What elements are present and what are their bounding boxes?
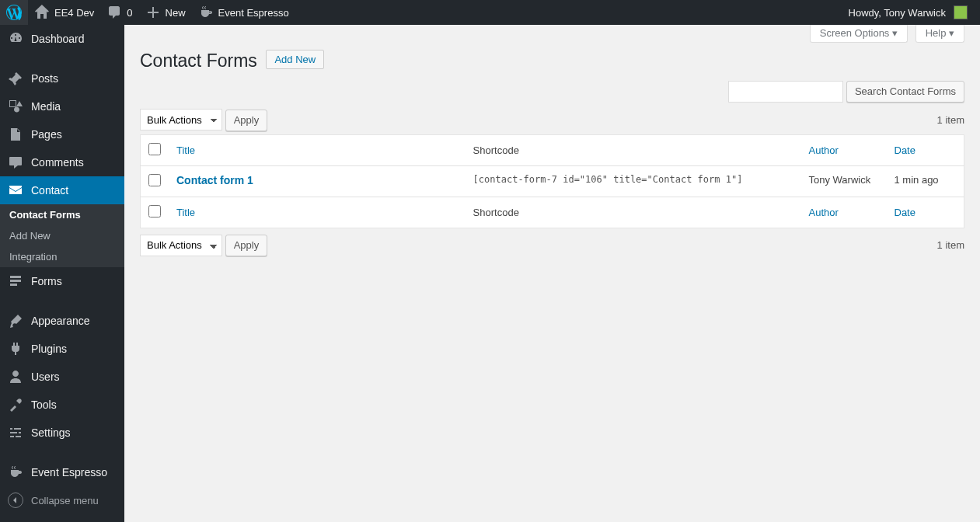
menu-contact-submenu: Contact Forms Add New Integration <box>0 204 124 267</box>
espresso-cup-icon <box>198 5 214 20</box>
new-label: New <box>166 7 186 19</box>
menu-pages[interactable]: Pages <box>0 120 124 148</box>
menu-event-espresso[interactable]: Event Espresso <box>0 458 124 486</box>
menu-users-label: Users <box>31 371 60 383</box>
media-icon <box>8 99 23 114</box>
menu-appearance[interactable]: Appearance <box>0 307 124 335</box>
menu-users[interactable]: Users <box>0 363 124 391</box>
col-shortcode-foot: Shortcode <box>473 207 519 218</box>
main-content: Screen Options Help Contact Forms Add Ne… <box>124 25 980 522</box>
site-name-menu[interactable]: EE4 Dev <box>28 0 100 25</box>
submenu-contact-forms[interactable]: Contact Forms <box>0 204 124 225</box>
menu-pages-label: Pages <box>31 128 62 141</box>
screen-options-button[interactable]: Screen Options <box>810 25 908 43</box>
wp-logo-menu[interactable] <box>0 0 28 25</box>
search-input[interactable] <box>728 81 843 103</box>
col-shortcode: Shortcode <box>473 144 519 156</box>
menu-forms-label: Forms <box>31 275 62 287</box>
menu-media-label: Media <box>31 100 61 113</box>
row-shortcode: [contact-form-7 id="106" title="Contact … <box>473 174 743 185</box>
select-all-top[interactable] <box>148 143 161 155</box>
menu-plugins-label: Plugins <box>31 343 67 355</box>
dashboard-icon <box>8 31 23 47</box>
submenu-integration[interactable]: Integration <box>0 246 124 267</box>
row-author: Tony Warwick <box>809 174 871 186</box>
menu-forms[interactable]: Forms <box>0 267 124 295</box>
menu-media[interactable]: Media <box>0 92 124 120</box>
menu-comments-label: Comments <box>31 156 84 169</box>
form-icon <box>8 273 23 289</box>
row-checkbox[interactable] <box>148 174 161 186</box>
col-title-foot[interactable]: Title <box>176 207 195 218</box>
menu-settings[interactable]: Settings <box>0 419 124 447</box>
comments-menu[interactable]: 0 <box>100 0 138 25</box>
bulk-actions-select-top[interactable]: Bulk Actions <box>140 109 222 130</box>
menu-contact-label: Contact <box>31 184 68 197</box>
new-content-menu[interactable]: New <box>139 0 192 25</box>
menu-plugins[interactable]: Plugins <box>0 335 124 363</box>
espresso-cup-icon <box>8 465 23 480</box>
col-date[interactable]: Date <box>895 144 915 156</box>
home-icon <box>34 5 50 20</box>
collapse-menu[interactable]: Collapse menu <box>0 486 124 514</box>
select-all-bottom[interactable] <box>148 205 161 218</box>
col-author-foot[interactable]: Author <box>809 207 839 218</box>
event-espresso-menu[interactable]: Event Espresso <box>192 0 295 25</box>
submenu-add-new[interactable]: Add New <box>0 225 124 246</box>
collapse-label: Collapse menu <box>31 495 99 506</box>
menu-ee-label: Event Espresso <box>31 466 107 478</box>
menu-comments[interactable]: Comments <box>0 148 124 176</box>
table-row: Contact form 1 [contact-form-7 id="106" … <box>141 165 964 197</box>
menu-posts-label: Posts <box>31 72 58 85</box>
col-date-foot[interactable]: Date <box>895 207 915 218</box>
menu-appearance-label: Appearance <box>31 315 90 327</box>
wordpress-icon <box>6 5 22 20</box>
ee-label: Event Espresso <box>218 7 289 19</box>
add-new-button[interactable]: Add New <box>266 50 324 69</box>
apply-button-bottom[interactable]: Apply <box>225 235 268 256</box>
admin-bar: EE4 Dev 0 New Event Espresso Howdy, Tony… <box>0 0 980 25</box>
user-icon <box>8 369 23 385</box>
site-name-label: EE4 Dev <box>54 7 94 19</box>
items-count-bottom: 1 item <box>937 239 964 251</box>
mail-icon <box>8 183 23 198</box>
admin-menu: Dashboard Posts Media Pages Comments Con… <box>0 25 124 522</box>
search-button[interactable]: Search Contact Forms <box>846 81 964 103</box>
page-icon <box>8 127 23 142</box>
items-count-top: 1 item <box>937 114 964 126</box>
help-button[interactable]: Help <box>915 25 964 43</box>
page-title: Contact Forms <box>140 50 257 71</box>
row-title-link[interactable]: Contact form 1 <box>176 174 253 186</box>
comment-icon <box>106 5 122 20</box>
menu-tools[interactable]: Tools <box>0 391 124 419</box>
row-date: 1 min ago <box>895 174 939 186</box>
menu-contact[interactable]: Contact <box>0 176 124 204</box>
apply-button-top[interactable]: Apply <box>225 110 268 131</box>
sliders-icon <box>8 425 23 440</box>
brush-icon <box>8 313 23 329</box>
account-menu[interactable]: Howdy, Tony Warwick <box>842 0 974 25</box>
howdy-label: Howdy, Tony Warwick <box>849 7 946 19</box>
col-author[interactable]: Author <box>809 144 839 156</box>
menu-posts[interactable]: Posts <box>0 64 124 92</box>
comment-icon <box>8 155 23 170</box>
menu-tools-label: Tools <box>31 398 57 411</box>
bulk-actions-select-bottom[interactable]: Bulk Actions <box>140 235 222 256</box>
plus-icon <box>145 5 161 20</box>
pin-icon <box>8 71 23 86</box>
contact-forms-table: Title Shortcode Author Date Contact form… <box>140 134 964 228</box>
col-title[interactable]: Title <box>176 144 195 156</box>
menu-dashboard[interactable]: Dashboard <box>0 25 124 53</box>
avatar <box>954 5 968 19</box>
menu-settings-label: Settings <box>31 426 71 439</box>
plug-icon <box>8 341 23 357</box>
menu-dashboard-label: Dashboard <box>31 33 85 45</box>
wrench-icon <box>8 397 23 412</box>
comments-count: 0 <box>127 7 132 19</box>
collapse-icon <box>8 492 23 508</box>
